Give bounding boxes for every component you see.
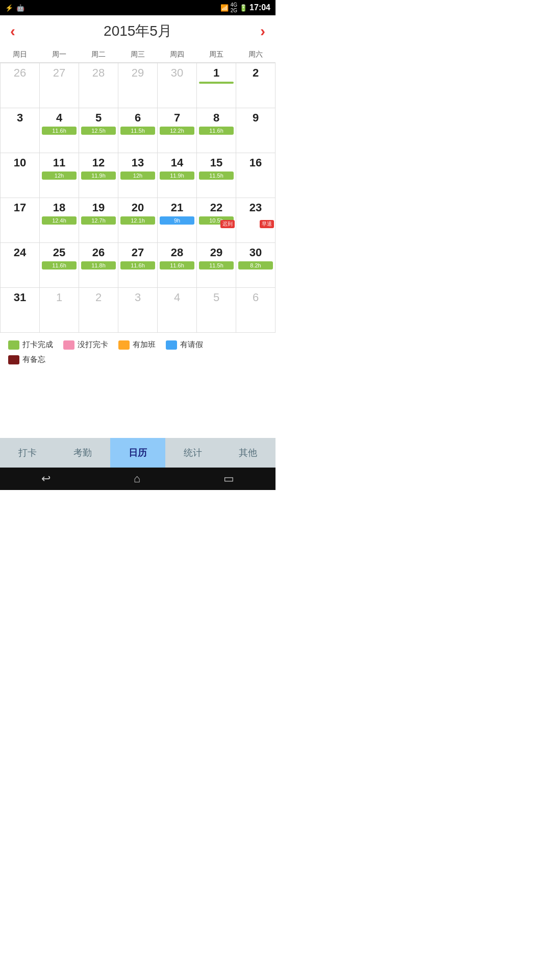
legend-color-swatch	[8, 355, 19, 364]
calendar-day-cell[interactable]: 28	[79, 63, 118, 108]
date-number: 27	[42, 66, 77, 80]
calendar-day-cell[interactable]: 1812.4h	[40, 198, 79, 243]
calendar-day-cell[interactable]: 219h	[158, 198, 197, 243]
date-number: 26	[81, 246, 116, 259]
tab-item-统计[interactable]: 统计	[165, 438, 220, 468]
date-number: 13	[120, 156, 155, 169]
date-number: 29	[199, 246, 234, 259]
calendar-day-cell[interactable]: 31	[1, 288, 40, 333]
calendar-day-cell[interactable]: 411.6h	[40, 108, 79, 153]
date-number: 8	[199, 111, 234, 125]
calendar-day-cell[interactable]: 30	[158, 63, 197, 108]
calendar-day-cell[interactable]: 17	[1, 198, 40, 243]
time-bar: 11.6h	[42, 261, 77, 270]
time-bar: 11.9h	[81, 172, 116, 180]
calendar-day-cell[interactable]: 5	[197, 288, 236, 333]
legend-item: 有加班	[118, 340, 156, 350]
calendar-day-cell[interactable]: 2	[236, 63, 276, 108]
legend: 打卡完成没打完卡有加班有请假有备忘	[0, 333, 276, 368]
calendar-day-cell[interactable]: 2811.6h	[158, 243, 197, 288]
status-right-icons: 📶 4G2G 🔋 17:04	[220, 2, 270, 13]
calendar-day-cell[interactable]: 16	[236, 153, 276, 198]
tab-item-日历[interactable]: 日历	[110, 438, 165, 468]
calendar-day-cell[interactable]: 10	[1, 153, 40, 198]
calendar-header: ‹ 2015年5月 ›	[0, 15, 276, 47]
calendar-day-cell[interactable]: 1312h	[118, 153, 158, 198]
date-number: 28	[81, 66, 116, 80]
usb-icon: ⚡	[5, 4, 13, 12]
date-number: 20	[120, 201, 155, 214]
time-bar: 11.5h	[199, 172, 234, 180]
wifi-icon: 📶	[220, 4, 229, 12]
next-month-button[interactable]: ›	[260, 22, 265, 40]
back-button[interactable]: ↩	[41, 472, 51, 485]
calendar-day-cell[interactable]: 1211.9h	[79, 153, 118, 198]
legend-label: 有请假	[180, 340, 203, 350]
calendar-day-cell[interactable]: 2911.5h	[197, 243, 236, 288]
calendar-day-cell[interactable]: 2511.6h	[40, 243, 79, 288]
time-bar: 11.6h	[42, 127, 77, 135]
date-number: 15	[199, 156, 234, 169]
calendar-day-cell[interactable]: 811.6h	[197, 108, 236, 153]
calendar-day-cell[interactable]: 2210.5h迟到	[197, 198, 236, 243]
time-bar: 11.6h	[160, 261, 194, 270]
legend-item: 有请假	[166, 340, 203, 350]
time-bar: 12.1h	[120, 216, 155, 225]
calendar-day-cell[interactable]: 512.5h	[79, 108, 118, 153]
calendar-day-cell[interactable]: 1	[40, 288, 79, 333]
dow-cell: 周四	[158, 47, 197, 62]
calendar-day-cell[interactable]: 2611.8h	[79, 243, 118, 288]
calendar-grid: 2627282930123411.6h512.5h611.5h712.2h811…	[0, 63, 276, 333]
home-button[interactable]: ⌂	[134, 472, 140, 485]
calendar-day-cell[interactable]: 1912.7h	[79, 198, 118, 243]
calendar-day-cell[interactable]: 6	[236, 288, 276, 333]
dow-cell: 周二	[79, 47, 118, 62]
calendar-day-cell[interactable]: 3	[118, 288, 158, 333]
time-bar: 11.5h	[120, 127, 155, 135]
date-number: 1	[42, 291, 77, 304]
legend-label: 打卡完成	[22, 340, 53, 350]
calendar-day-cell[interactable]: 2711.6h	[118, 243, 158, 288]
recent-button[interactable]: ▭	[223, 472, 234, 485]
date-number: 3	[120, 291, 155, 304]
prev-month-button[interactable]: ‹	[10, 22, 15, 40]
calendar-day-cell[interactable]: 3	[1, 108, 40, 153]
date-number: 9	[238, 111, 273, 125]
calendar-day-cell[interactable]: 9	[236, 108, 276, 153]
dow-cell: 周三	[118, 47, 157, 62]
date-number: 5	[199, 291, 234, 304]
date-number: 26	[3, 66, 37, 80]
calendar-day-cell[interactable]: 1112h	[40, 153, 79, 198]
calendar-day-cell[interactable]: 23早退	[236, 198, 276, 243]
calendar-day-cell[interactable]: 26	[1, 63, 40, 108]
date-number: 30	[238, 246, 273, 259]
date-number: 6	[120, 111, 155, 125]
calendar-day-cell[interactable]: 27	[40, 63, 79, 108]
tab-item-打卡[interactable]: 打卡	[0, 438, 55, 468]
calendar-day-cell[interactable]: 1	[197, 63, 236, 108]
time-bar: 8.2h	[238, 261, 273, 270]
date-number: 2	[81, 291, 116, 304]
time-bar: 9h	[160, 216, 194, 225]
time-bar: 12h	[120, 172, 155, 180]
date-number: 5	[81, 111, 116, 125]
calendar-day-cell[interactable]: 2	[79, 288, 118, 333]
calendar-title: 2015年5月	[104, 21, 172, 41]
time-bar: 11.6h	[120, 261, 155, 270]
tab-item-其他[interactable]: 其他	[220, 438, 276, 468]
calendar-day-cell[interactable]: 2012.1h	[118, 198, 158, 243]
calendar-day-cell[interactable]: 1411.9h	[158, 153, 197, 198]
legend-color-swatch	[166, 340, 177, 350]
calendar-day-cell[interactable]: 4	[158, 288, 197, 333]
calendar-day-cell[interactable]: 712.2h	[158, 108, 197, 153]
time-bar: 11.5h	[199, 261, 234, 270]
date-number: 3	[3, 111, 37, 125]
calendar-day-cell[interactable]: 1511.5h	[197, 153, 236, 198]
calendar-day-cell[interactable]: 611.5h	[118, 108, 158, 153]
calendar-day-cell[interactable]: 308.2h	[236, 243, 276, 288]
date-number: 4	[42, 111, 77, 125]
date-number: 14	[160, 156, 194, 169]
calendar-day-cell[interactable]: 29	[118, 63, 158, 108]
calendar-day-cell[interactable]: 24	[1, 243, 40, 288]
tab-item-考勤[interactable]: 考勤	[55, 438, 110, 468]
